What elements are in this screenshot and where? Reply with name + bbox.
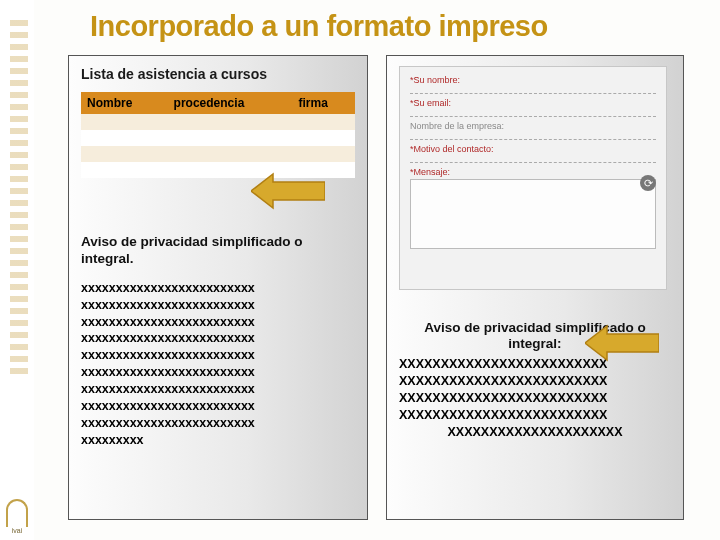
svg-marker-1 (585, 326, 659, 360)
panel-form: *Su nombre: *Su email: Nombre de la empr… (386, 55, 684, 520)
xline: xxxxxxxxxxxxxxxxxxxxxxxxx (81, 365, 255, 379)
xline: xxxxxxxxxxxxxxxxxxxxxxxxx (81, 399, 255, 413)
input-nombre[interactable] (410, 86, 656, 94)
label-motivo: *Motivo del contacto: (410, 144, 656, 154)
th-firma: firma (293, 92, 355, 114)
table-row (81, 114, 355, 130)
input-motivo[interactable] (410, 155, 656, 163)
xline: xxxxxxxxxxxxxxxxxxxxxxxxx (81, 331, 255, 345)
form-row-motivo: *Motivo del contacto: (410, 144, 656, 163)
left-decor-stripe (0, 0, 34, 540)
xline: XXXXXXXXXXXXXXXXXXXXXXXXX (399, 357, 607, 371)
form-row-empresa: Nombre de la empresa: (410, 121, 656, 140)
xline: xxxxxxxxxxxxxxxxxxxxxxxxx (81, 348, 255, 362)
arrow-icon (585, 324, 659, 362)
xblock-left: xxxxxxxxxxxxxxxxxxxxxxxxx xxxxxxxxxxxxxx… (81, 280, 355, 449)
xline: xxxxxxxxx (81, 433, 144, 447)
label-email: *Su email: (410, 98, 656, 108)
xline: xxxxxxxxxxxxxxxxxxxxxxxxx (81, 281, 255, 295)
privacy-caption-left: Aviso de privacidad simplificado o integ… (81, 234, 355, 268)
arrow-icon (251, 172, 325, 210)
xline: xxxxxxxxxxxxxxxxxxxxxxxxx (81, 416, 255, 430)
table-row (81, 130, 355, 146)
xline: XXXXXXXXXXXXXXXXXXXXXXXXX (399, 391, 607, 405)
xline: XXXXXXXXXXXXXXXXXXXXXXXXX (399, 374, 607, 388)
xline: xxxxxxxxxxxxxxxxxxxxxxxxx (81, 298, 255, 312)
arrow-attendance-wrap (81, 186, 355, 228)
logo-arch-icon (6, 499, 28, 527)
th-nombre: Nombre (81, 92, 168, 114)
xblock-right: XXXXXXXXXXXXXXXXXXXXXXXXX XXXXXXXXXXXXXX… (399, 356, 671, 440)
form-row-mensaje: *Mensaje: (410, 167, 656, 249)
label-mensaje: *Mensaje: (410, 167, 656, 177)
logo-text: ivai (12, 527, 23, 534)
xline: XXXXXXXXXXXXXXXXXXXXX (399, 424, 671, 441)
label-empresa: Nombre de la empresa: (410, 121, 656, 131)
panel-attendance: Lista de asistencia a cursos Nombre proc… (68, 55, 368, 520)
input-empresa[interactable] (410, 132, 656, 140)
th-procedencia: procedencia (168, 92, 293, 114)
attendance-subtitle: Lista de asistencia a cursos (81, 66, 355, 82)
xline: XXXXXXXXXXXXXXXXXXXXXXXXX (399, 408, 607, 422)
form-row-email: *Su email: (410, 98, 656, 117)
label-nombre: *Su nombre: (410, 75, 656, 85)
refresh-icon[interactable]: ⟳ (640, 175, 656, 191)
attendance-table: Nombre procedencia firma (81, 92, 355, 178)
xline: xxxxxxxxxxxxxxxxxxxxxxxxx (81, 315, 255, 329)
page-title: Incorporado a un formato impreso (90, 10, 548, 43)
input-email[interactable] (410, 109, 656, 117)
textarea-mensaje[interactable] (410, 179, 656, 249)
contact-form-card: *Su nombre: *Su email: Nombre de la empr… (399, 66, 667, 290)
form-row-nombre: *Su nombre: (410, 75, 656, 94)
table-row (81, 146, 355, 162)
xline: xxxxxxxxxxxxxxxxxxxxxxxxx (81, 382, 255, 396)
svg-marker-0 (251, 174, 325, 208)
logo-ivai: ivai (2, 486, 32, 534)
